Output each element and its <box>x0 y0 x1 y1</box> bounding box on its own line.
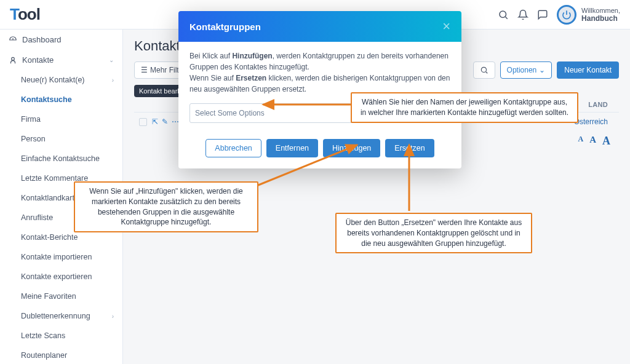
edit-icon[interactable]: ✎ <box>162 117 168 126</box>
search-button[interactable] <box>473 61 495 79</box>
user-welcome[interactable]: Willkommen, Handbuch <box>557 5 620 25</box>
sidebar-item-kontaktsuche[interactable]: Kontaktsuche <box>0 90 122 109</box>
sidebar-item-firma[interactable]: Firma <box>0 109 122 129</box>
chevron-down-icon: ⌄ <box>109 57 114 63</box>
sidebar-item-neuer-kontakt[interactable]: Neue(r) Kontakt(e)› <box>0 70 122 90</box>
welcome-username: Handbuch <box>581 14 620 23</box>
cancel-button[interactable]: Abbrechen <box>205 139 261 157</box>
callout-replace: Über den Button „Ersetzen" werden Ihre K… <box>335 213 532 253</box>
close-icon[interactable]: × <box>442 20 450 33</box>
sidebar-item-dublettenerkennung[interactable]: Dublettenerkennung› <box>0 306 122 326</box>
search-icon <box>480 66 488 74</box>
sidebar-item-kontakte-exportieren[interactable]: Kontakte exportieren <box>0 267 122 287</box>
callout-add: Wenn Sie auf „Hinzufügen" klicken, werde… <box>74 181 258 232</box>
new-contact-button[interactable]: Neuer Kontakt <box>557 61 619 79</box>
font-large[interactable]: A <box>602 135 610 148</box>
chat-icon[interactable] <box>537 9 548 20</box>
callout-select: Wählen Sie hier den Namen der jeweiligen… <box>351 92 578 123</box>
replace-button[interactable]: Ersetzen <box>385 139 434 157</box>
sidebar-item-dashboard[interactable]: Dashboard <box>0 30 122 50</box>
bell-icon[interactable] <box>517 9 528 20</box>
cell-land: Österreich <box>574 117 608 126</box>
sidebar-item-kontakte-importieren[interactable]: Kontakte importieren <box>0 247 122 267</box>
search-icon[interactable] <box>498 9 509 20</box>
chevron-right-icon: › <box>112 313 114 320</box>
sidebar-item-kontakte[interactable]: Kontakte ⌄ <box>0 50 122 70</box>
row-checkbox[interactable] <box>139 118 147 126</box>
sidebar-item-letzte-scans[interactable]: Letzte Scans <box>0 326 122 346</box>
chevron-down-icon: ⌄ <box>539 66 545 74</box>
sidebar-item-meine-favoriten[interactable]: Meine Favoriten <box>0 287 122 306</box>
column-land[interactable]: LAND <box>588 101 608 108</box>
svg-point-3 <box>481 67 486 72</box>
modal-title: Kontaktgruppen <box>189 22 261 32</box>
dashboard-icon <box>9 36 17 44</box>
font-medium[interactable]: A <box>589 135 596 148</box>
add-button[interactable]: Hinzufügen <box>323 139 380 157</box>
svg-point-0 <box>500 11 506 18</box>
logo: Tool <box>10 5 40 24</box>
sidebar-item-routenplaner[interactable]: Routenplaner <box>0 346 122 364</box>
sidebar-item-person[interactable]: Person <box>0 129 122 149</box>
contact-groups-modal: Kontaktgruppen × Bei Klick auf Hinzufüge… <box>178 11 461 168</box>
sidebar-item-einfache-suche[interactable]: Einfache Kontaktsuche <box>0 149 122 168</box>
svg-point-2 <box>12 57 15 60</box>
external-link-icon[interactable]: ⇱ <box>152 117 158 126</box>
chevron-right-icon: › <box>112 77 114 84</box>
font-small[interactable]: A <box>578 135 583 148</box>
user-icon <box>9 56 17 65</box>
power-icon <box>557 5 576 25</box>
welcome-label: Willkommen, <box>581 7 620 14</box>
remove-button[interactable]: Entfernen <box>266 139 318 157</box>
options-button[interactable]: Optionen ⌄ <box>500 61 552 79</box>
